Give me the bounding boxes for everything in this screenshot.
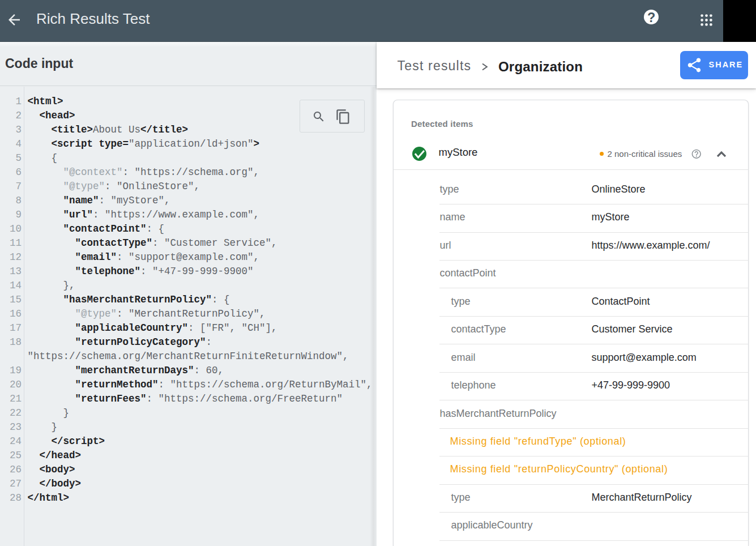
svg-text:?: ?: [647, 10, 655, 24]
